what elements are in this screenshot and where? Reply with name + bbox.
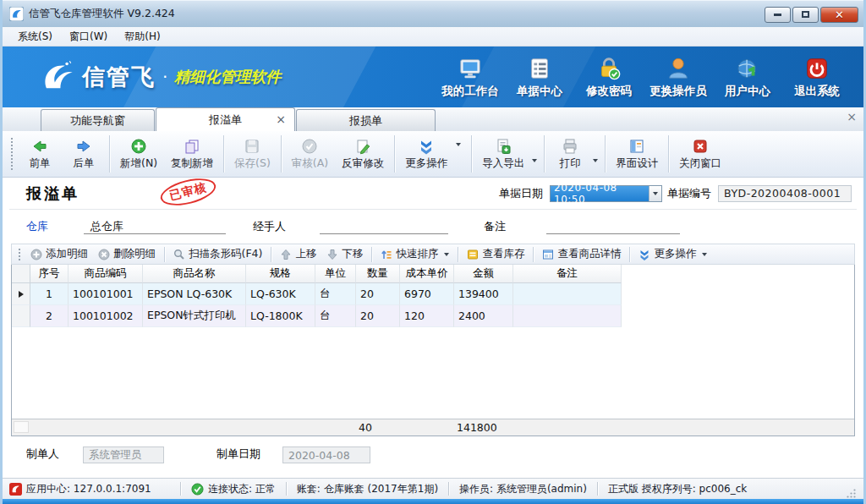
tab-close-icon[interactable]: × <box>276 108 286 131</box>
cell-amount[interactable]: 2400 <box>454 305 513 327</box>
delete-detail-button[interactable]: 删除明细 <box>93 245 161 263</box>
column-header[interactable]: 序号 <box>30 265 69 283</box>
more-actions-button[interactable]: 更多操作 <box>398 133 454 175</box>
column-header[interactable]: 金额 <box>454 265 513 283</box>
handler-input[interactable] <box>320 219 448 234</box>
date-dropdown-button[interactable] <box>649 186 661 201</box>
cell-seq[interactable]: 2 <box>30 305 69 327</box>
column-header[interactable]: 数量 <box>356 265 400 283</box>
copy-new-button[interactable]: 复制新增 <box>164 133 220 175</box>
print-dropdown[interactable] <box>593 159 598 162</box>
tab-overflow-doc[interactable]: 报溢单 × <box>156 107 295 131</box>
cell-remark[interactable] <box>513 283 622 305</box>
table-row[interactable]: 2 100101002 EPSON针式打印机 LQ-1800K 台 20 120… <box>12 305 854 327</box>
handler-label: 经手人 <box>253 219 286 234</box>
prev-doc-button[interactable]: 前单 <box>18 133 62 175</box>
banner-action-label: 退出系统 <box>794 84 840 99</box>
import-export-dropdown[interactable] <box>532 159 537 162</box>
banner-action-label: 用户中心 <box>725 84 770 99</box>
toolbar-separator <box>394 135 395 173</box>
detail-more-dropdown[interactable] <box>702 253 707 256</box>
menu-window[interactable]: 窗口(W) <box>61 28 116 46</box>
status-license: 正式版 授权序列号: pc006_ck <box>608 482 747 496</box>
sort-icon <box>381 249 392 260</box>
remark-input[interactable] <box>546 219 680 234</box>
document-date-combobox[interactable]: 2020-04-08 10:50 <box>550 185 662 202</box>
banner: 信管飞 · 精细化管理软件 我的工作台 单据中心 修改密码 更换操作员 <box>3 47 863 107</box>
maximize-button[interactable] <box>792 7 819 23</box>
cell-product-name[interactable]: EPSON针式打印机 <box>143 305 246 327</box>
cell-remark[interactable] <box>513 305 622 327</box>
banner-action-exit[interactable]: 退出系统 <box>782 56 852 99</box>
tab-nav-window[interactable]: 功能导航窗 <box>41 109 155 131</box>
banner-action-switch-operator[interactable]: 更换操作员 <box>644 56 713 99</box>
warehouse-input[interactable]: 总仓库 <box>84 219 226 234</box>
tab-strip: 功能导航窗 报溢单 × 报损单 × <box>3 107 863 131</box>
maker-field: 系统管理员 <box>83 446 164 463</box>
grid-empty-area <box>12 327 854 419</box>
grid-header-row: 序号 商品编码 商品名称 规格 单位 数量 成本单价 金额 备注 <box>12 265 854 283</box>
cell-seq[interactable]: 1 <box>30 283 69 305</box>
menu-help[interactable]: 帮助(H) <box>116 28 168 46</box>
print-button[interactable]: 打印 <box>548 133 592 175</box>
unaudit-button[interactable]: 反审修改 <box>335 133 391 175</box>
column-header[interactable]: 单位 <box>315 265 356 283</box>
banner-action-user-center[interactable]: 用户中心 <box>713 56 782 99</box>
quick-sort-button[interactable]: 快速排序 <box>375 245 454 263</box>
window-title: 信管飞仓库管理软件 V9.2.424 <box>29 7 175 21</box>
detail-more-actions-button[interactable]: 更多操作 <box>633 245 712 263</box>
column-header[interactable]: 成本单价 <box>400 265 454 283</box>
new-button[interactable]: 新增(N) <box>113 133 164 175</box>
cell-cost[interactable]: 6970 <box>400 283 454 305</box>
status-separator <box>180 482 181 496</box>
toolbar-overflow-button[interactable] <box>456 143 461 146</box>
table-row[interactable]: 1 100101001 EPSON LQ-630K LQ-630K 台 20 6… <box>12 283 854 305</box>
scan-barcode-button[interactable]: 扫描条形码(F4) <box>168 245 267 263</box>
arrow-right-icon <box>75 138 92 155</box>
menu-system[interactable]: 系统(S) <box>9 28 61 46</box>
close-window-button[interactable]: 关闭窗口 <box>672 133 728 175</box>
close-button[interactable]: ✕ <box>820 7 858 23</box>
add-detail-button[interactable]: 添加明细 <box>25 245 93 263</box>
move-down-button[interactable]: 下移 <box>321 245 368 263</box>
column-header[interactable]: 备注 <box>513 265 622 283</box>
cell-amount[interactable]: 139400 <box>454 283 513 305</box>
column-header[interactable]: 规格 <box>246 265 315 283</box>
cell-product-code[interactable]: 100101002 <box>69 305 143 327</box>
tab-loss-doc[interactable]: 报损单 <box>296 109 436 131</box>
cell-qty[interactable]: 20 <box>356 283 400 305</box>
view-stock-button[interactable]: 查看库存 <box>462 245 529 263</box>
cell-spec[interactable]: LQ-630K <box>246 283 315 305</box>
brand-name: 信管飞 <box>82 62 156 92</box>
cell-unit[interactable]: 台 <box>315 305 356 327</box>
quick-sort-dropdown[interactable] <box>444 253 449 256</box>
move-up-button[interactable]: 上移 <box>275 245 321 263</box>
banner-action-doc-center[interactable]: 单据中心 <box>505 56 574 99</box>
detail-separator <box>533 247 534 262</box>
date-label: 单据日期 <box>499 186 543 201</box>
tabstrip-close-icon[interactable]: × <box>847 111 857 123</box>
resize-grip[interactable] <box>846 488 857 499</box>
current-row-icon <box>19 291 24 298</box>
cell-qty[interactable]: 20 <box>356 305 400 327</box>
cell-product-code[interactable]: 100101001 <box>69 283 143 305</box>
connection-ok-icon <box>191 483 204 496</box>
column-header[interactable]: 商品名称 <box>143 265 246 283</box>
cell-product-name[interactable]: EPSON LQ-630K <box>143 283 246 305</box>
cell-spec[interactable]: LQ-1800K <box>246 305 315 327</box>
banner-action-workbench[interactable]: 我的工作台 <box>436 56 505 99</box>
minimize-icon <box>774 14 781 16</box>
document-date-value[interactable]: 2020-04-08 10:50 <box>551 186 649 201</box>
view-product-detail-button[interactable]: 查看商品详情 <box>537 245 626 263</box>
column-header[interactable]: 商品编码 <box>69 265 143 283</box>
minimize-button[interactable] <box>765 7 791 23</box>
banner-action-change-password[interactable]: 修改密码 <box>574 56 644 99</box>
detail-toolbar-drag-handle[interactable] <box>18 248 21 261</box>
cell-unit[interactable]: 台 <box>315 283 356 305</box>
import-export-button[interactable]: 导入导出 <box>475 133 531 175</box>
tab-label: 报溢单 <box>209 113 242 126</box>
ui-design-button[interactable]: 界面设计 <box>609 133 665 175</box>
toolbar-drag-handle[interactable] <box>10 137 14 171</box>
cell-cost[interactable]: 120 <box>400 305 454 327</box>
next-doc-button[interactable]: 后单 <box>62 133 106 175</box>
